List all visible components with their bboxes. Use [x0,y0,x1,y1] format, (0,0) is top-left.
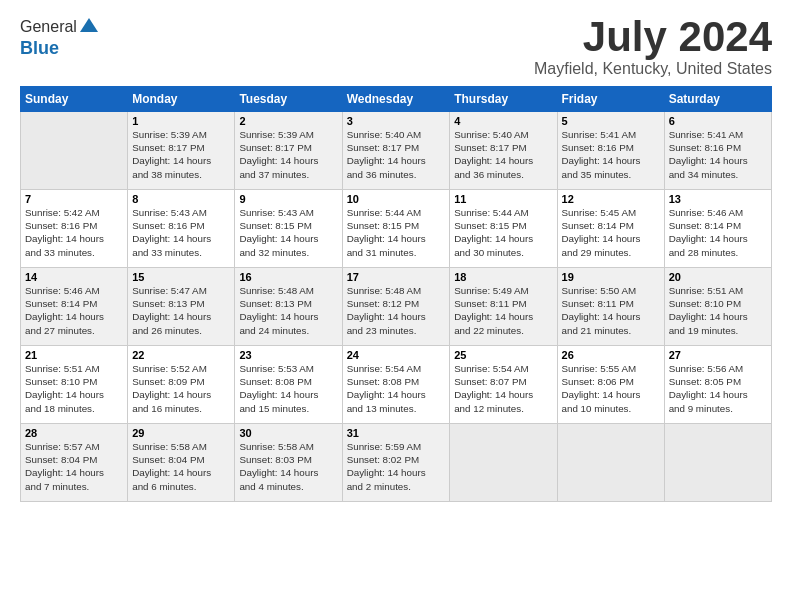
calendar-header-thursday: Thursday [450,87,557,112]
svg-marker-0 [80,18,98,32]
title-area: July 2024 Mayfield, Kentucky, United Sta… [534,16,772,78]
day-info: Sunrise: 5:45 AM Sunset: 8:14 PM Dayligh… [562,206,660,259]
calendar-week-row: 21Sunrise: 5:51 AM Sunset: 8:10 PM Dayli… [21,346,772,424]
day-info: Sunrise: 5:43 AM Sunset: 8:16 PM Dayligh… [132,206,230,259]
day-number: 22 [132,349,230,361]
calendar-header-monday: Monday [128,87,235,112]
day-number: 19 [562,271,660,283]
day-number: 5 [562,115,660,127]
day-info: Sunrise: 5:44 AM Sunset: 8:15 PM Dayligh… [454,206,552,259]
day-number: 16 [239,271,337,283]
day-number: 14 [25,271,123,283]
day-number: 24 [347,349,446,361]
calendar-cell: 21Sunrise: 5:51 AM Sunset: 8:10 PM Dayli… [21,346,128,424]
day-info: Sunrise: 5:39 AM Sunset: 8:17 PM Dayligh… [239,128,337,181]
day-info: Sunrise: 5:49 AM Sunset: 8:11 PM Dayligh… [454,284,552,337]
calendar-cell: 31Sunrise: 5:59 AM Sunset: 8:02 PM Dayli… [342,424,450,502]
calendar-cell: 8Sunrise: 5:43 AM Sunset: 8:16 PM Daylig… [128,190,235,268]
day-info: Sunrise: 5:41 AM Sunset: 8:16 PM Dayligh… [669,128,767,181]
day-number: 10 [347,193,446,205]
calendar-cell: 26Sunrise: 5:55 AM Sunset: 8:06 PM Dayli… [557,346,664,424]
calendar-cell: 28Sunrise: 5:57 AM Sunset: 8:04 PM Dayli… [21,424,128,502]
day-number: 8 [132,193,230,205]
day-info: Sunrise: 5:55 AM Sunset: 8:06 PM Dayligh… [562,362,660,415]
calendar-cell: 2Sunrise: 5:39 AM Sunset: 8:17 PM Daylig… [235,112,342,190]
day-number: 31 [347,427,446,439]
day-number: 2 [239,115,337,127]
calendar-cell: 5Sunrise: 5:41 AM Sunset: 8:16 PM Daylig… [557,112,664,190]
logo-icon [80,16,98,34]
calendar-cell: 1Sunrise: 5:39 AM Sunset: 8:17 PM Daylig… [128,112,235,190]
day-number: 20 [669,271,767,283]
calendar-table: SundayMondayTuesdayWednesdayThursdayFrid… [20,86,772,502]
day-info: Sunrise: 5:44 AM Sunset: 8:15 PM Dayligh… [347,206,446,259]
day-number: 7 [25,193,123,205]
calendar-cell: 25Sunrise: 5:54 AM Sunset: 8:07 PM Dayli… [450,346,557,424]
day-info: Sunrise: 5:51 AM Sunset: 8:10 PM Dayligh… [25,362,123,415]
day-number: 25 [454,349,552,361]
day-number: 18 [454,271,552,283]
calendar-header-friday: Friday [557,87,664,112]
calendar-cell [557,424,664,502]
calendar-cell: 9Sunrise: 5:43 AM Sunset: 8:15 PM Daylig… [235,190,342,268]
day-info: Sunrise: 5:46 AM Sunset: 8:14 PM Dayligh… [669,206,767,259]
logo: General Blue [20,16,98,59]
calendar-cell: 19Sunrise: 5:50 AM Sunset: 8:11 PM Dayli… [557,268,664,346]
day-info: Sunrise: 5:46 AM Sunset: 8:14 PM Dayligh… [25,284,123,337]
calendar-cell [450,424,557,502]
day-number: 23 [239,349,337,361]
calendar-header-tuesday: Tuesday [235,87,342,112]
day-info: Sunrise: 5:58 AM Sunset: 8:03 PM Dayligh… [239,440,337,493]
day-number: 29 [132,427,230,439]
calendar-header-wednesday: Wednesday [342,87,450,112]
logo-general: General [20,18,77,36]
calendar-cell [664,424,771,502]
calendar-cell: 30Sunrise: 5:58 AM Sunset: 8:03 PM Dayli… [235,424,342,502]
calendar-week-row: 14Sunrise: 5:46 AM Sunset: 8:14 PM Dayli… [21,268,772,346]
day-info: Sunrise: 5:54 AM Sunset: 8:07 PM Dayligh… [454,362,552,415]
calendar-cell: 18Sunrise: 5:49 AM Sunset: 8:11 PM Dayli… [450,268,557,346]
calendar-cell: 3Sunrise: 5:40 AM Sunset: 8:17 PM Daylig… [342,112,450,190]
day-number: 28 [25,427,123,439]
calendar-cell: 24Sunrise: 5:54 AM Sunset: 8:08 PM Dayli… [342,346,450,424]
calendar-cell: 22Sunrise: 5:52 AM Sunset: 8:09 PM Dayli… [128,346,235,424]
calendar-cell: 16Sunrise: 5:48 AM Sunset: 8:13 PM Dayli… [235,268,342,346]
day-info: Sunrise: 5:53 AM Sunset: 8:08 PM Dayligh… [239,362,337,415]
day-info: Sunrise: 5:54 AM Sunset: 8:08 PM Dayligh… [347,362,446,415]
day-info: Sunrise: 5:42 AM Sunset: 8:16 PM Dayligh… [25,206,123,259]
location-title: Mayfield, Kentucky, United States [534,60,772,78]
day-number: 17 [347,271,446,283]
day-info: Sunrise: 5:43 AM Sunset: 8:15 PM Dayligh… [239,206,337,259]
calendar-cell: 20Sunrise: 5:51 AM Sunset: 8:10 PM Dayli… [664,268,771,346]
calendar-cell: 29Sunrise: 5:58 AM Sunset: 8:04 PM Dayli… [128,424,235,502]
calendar-cell: 14Sunrise: 5:46 AM Sunset: 8:14 PM Dayli… [21,268,128,346]
calendar-cell: 23Sunrise: 5:53 AM Sunset: 8:08 PM Dayli… [235,346,342,424]
calendar-header-saturday: Saturday [664,87,771,112]
calendar-cell [21,112,128,190]
day-number: 21 [25,349,123,361]
calendar-cell: 12Sunrise: 5:45 AM Sunset: 8:14 PM Dayli… [557,190,664,268]
day-number: 12 [562,193,660,205]
day-number: 15 [132,271,230,283]
day-info: Sunrise: 5:56 AM Sunset: 8:05 PM Dayligh… [669,362,767,415]
day-number: 4 [454,115,552,127]
calendar-week-row: 28Sunrise: 5:57 AM Sunset: 8:04 PM Dayli… [21,424,772,502]
header: General Blue July 2024 Mayfield, Kentuck… [20,16,772,78]
day-number: 30 [239,427,337,439]
calendar-week-row: 1Sunrise: 5:39 AM Sunset: 8:17 PM Daylig… [21,112,772,190]
logo-blue: Blue [20,38,59,58]
page: General Blue July 2024 Mayfield, Kentuck… [0,0,792,612]
calendar-cell: 13Sunrise: 5:46 AM Sunset: 8:14 PM Dayli… [664,190,771,268]
day-number: 6 [669,115,767,127]
calendar-cell: 27Sunrise: 5:56 AM Sunset: 8:05 PM Dayli… [664,346,771,424]
calendar-cell: 4Sunrise: 5:40 AM Sunset: 8:17 PM Daylig… [450,112,557,190]
day-number: 3 [347,115,446,127]
day-number: 27 [669,349,767,361]
month-title: July 2024 [534,16,772,58]
day-number: 9 [239,193,337,205]
day-info: Sunrise: 5:59 AM Sunset: 8:02 PM Dayligh… [347,440,446,493]
calendar-cell: 10Sunrise: 5:44 AM Sunset: 8:15 PM Dayli… [342,190,450,268]
calendar-cell: 17Sunrise: 5:48 AM Sunset: 8:12 PM Dayli… [342,268,450,346]
day-info: Sunrise: 5:57 AM Sunset: 8:04 PM Dayligh… [25,440,123,493]
day-info: Sunrise: 5:39 AM Sunset: 8:17 PM Dayligh… [132,128,230,181]
